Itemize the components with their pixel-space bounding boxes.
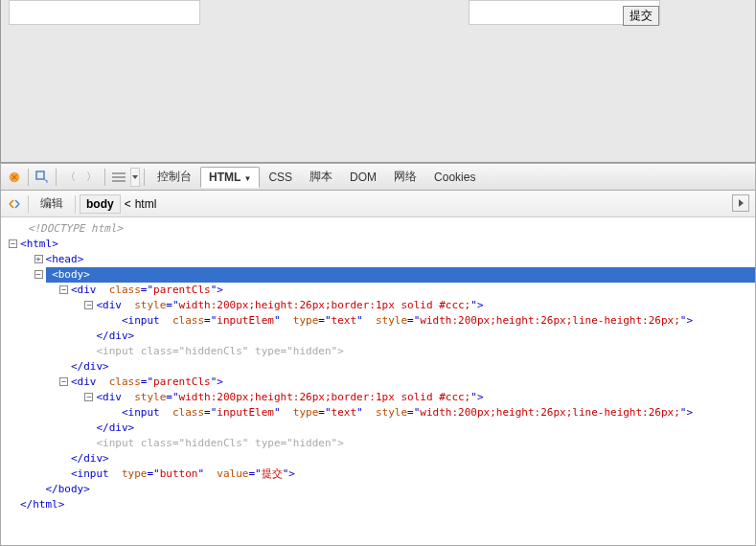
forward-arrow-icon[interactable]: 〉 [81, 168, 101, 187]
tree-node[interactable]: </body> [7, 482, 755, 497]
tree-node[interactable]: <input class="inputElem" type="text" sty… [7, 313, 755, 329]
tree-node[interactable]: −<div style="width:200px;height:26px;bor… [7, 390, 755, 405]
page-preview-area: 提交 [0, 0, 756, 163]
tree-node[interactable]: </div> [7, 451, 755, 466]
breadcrumb-sep: < [125, 197, 131, 211]
back-arrow-icon[interactable]: 〈 [60, 168, 80, 187]
tab-脚本[interactable]: 脚本 [301, 165, 341, 189]
tree-node[interactable]: −<div style="width:200px;height:26px;bor… [7, 298, 755, 313]
panel-tabs: 控制台HTML ▼CSS脚本DOM网络Cookies [149, 165, 484, 189]
dom-tree[interactable]: <!DOCTYPE html>−<html> +<head> − <body> … [1, 217, 755, 545]
collapse-icon[interactable]: − [84, 393, 93, 401]
tree-node[interactable]: −<div class="parentCls"> [7, 283, 755, 298]
edit-button[interactable]: 编辑 [33, 193, 71, 214]
tab-网络[interactable]: 网络 [385, 165, 425, 189]
breadcrumb: body < html [80, 194, 156, 214]
tree-node[interactable]: −<div class="parentCls"> [7, 375, 755, 390]
separator [75, 195, 76, 213]
tab-dom[interactable]: DOM [341, 167, 385, 188]
tab-cookies[interactable]: Cookies [425, 167, 484, 188]
devtools-panel: 〈 〉 控制台HTML ▼CSS脚本DOM网络Cookies 编辑 body <… [0, 163, 756, 546]
separator [28, 169, 29, 186]
collapse-icon[interactable]: − [84, 301, 93, 309]
tree-node[interactable]: <input class="inputElem" type="text" sty… [7, 405, 755, 421]
tab-css[interactable]: CSS [260, 167, 301, 188]
arrows-icon[interactable] [5, 194, 24, 214]
tree-node[interactable]: </div> [7, 359, 755, 375]
svg-rect-1 [36, 171, 44, 179]
html-subtoolbar: 编辑 body < html [1, 191, 755, 217]
firebug-icon[interactable] [5, 168, 24, 187]
tree-node[interactable]: +<head> [7, 252, 755, 267]
expand-icon[interactable]: + [34, 255, 43, 263]
menu-dropdown[interactable] [130, 168, 140, 187]
breadcrumb-body[interactable]: body [80, 194, 121, 214]
devtools-toolbar: 〈 〉 控制台HTML ▼CSS脚本DOM网络Cookies [1, 164, 755, 191]
tree-node[interactable]: <input class="hiddenCls" type="hidden"> [7, 436, 755, 451]
tree-node[interactable]: </div> [7, 421, 755, 436]
separator [144, 169, 145, 186]
collapse-icon[interactable]: − [34, 270, 43, 279]
separator [28, 195, 29, 213]
menu-lines-icon[interactable] [109, 168, 128, 187]
tree-node[interactable]: −<html> [7, 237, 755, 252]
side-panel-toggle[interactable] [732, 194, 749, 212]
tree-node[interactable]: </div> [7, 329, 755, 344]
tree-doctype[interactable]: <!DOCTYPE html> [7, 221, 755, 237]
text-input-1[interactable] [9, 0, 200, 25]
collapse-icon[interactable]: − [9, 239, 17, 248]
collapse-icon[interactable]: − [59, 285, 68, 294]
tree-node[interactable]: − <body> [7, 267, 755, 283]
tab-html[interactable]: HTML ▼ [200, 167, 260, 188]
submit-button[interactable]: 提交 [623, 6, 659, 26]
tree-node[interactable]: <input class="hiddenCls" type="hidden"> [7, 344, 755, 359]
tab-控制台[interactable]: 控制台 [149, 165, 200, 189]
separator [56, 169, 57, 186]
inspect-icon[interactable] [33, 168, 52, 187]
breadcrumb-html[interactable]: html [135, 197, 157, 211]
tree-node[interactable]: <input type="button" value="提交"> [7, 466, 755, 482]
separator [104, 169, 105, 186]
collapse-icon[interactable]: − [59, 377, 68, 386]
tree-node[interactable]: </html> [7, 497, 755, 512]
